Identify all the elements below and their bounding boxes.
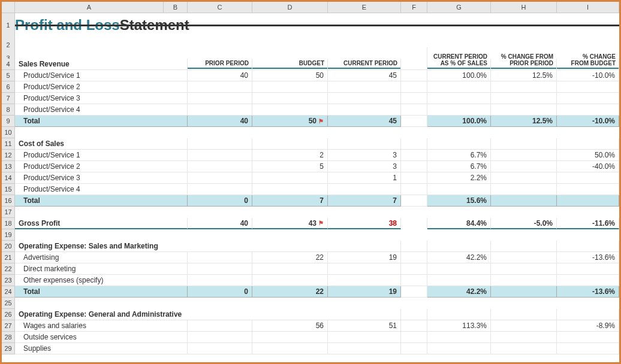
cell[interactable]: -11.6% [557, 218, 619, 229]
cell[interactable]: 12.5% [491, 116, 557, 127]
col-header-I[interactable]: I [557, 2, 619, 13]
cell[interactable] [427, 104, 491, 116]
cell[interactable]: 12.5% [491, 70, 557, 81]
cell[interactable]: -13.6% [557, 252, 619, 263]
cell[interactable] [188, 252, 252, 263]
cell[interactable]: 15.6% [427, 195, 491, 207]
sales-row-3[interactable]: Product/Service 3 [15, 93, 188, 104]
col-header-E[interactable]: E [328, 2, 401, 13]
opexsm-total-label[interactable]: Total [15, 286, 188, 298]
cell[interactable] [491, 93, 557, 104]
cell[interactable]: 50.0% [557, 150, 619, 161]
cell[interactable] [491, 184, 557, 195]
cell[interactable] [557, 241, 619, 252]
cell[interactable] [252, 138, 328, 150]
cos-row-1[interactable]: Product/Service 1 [15, 150, 188, 161]
cell[interactable]: 19 [328, 252, 401, 263]
cell[interactable]: -5.0% [491, 218, 557, 229]
cell[interactable]: 113.3% [427, 320, 491, 332]
cell[interactable] [427, 275, 491, 286]
row-header-25[interactable]: 25 [2, 298, 15, 309]
section-sales[interactable]: Sales Revenue [15, 59, 188, 70]
spreadsheet-grid[interactable]: A B C D E F G H I 1 Profit and Loss Stat… [2, 2, 619, 354]
cell[interactable] [188, 275, 252, 286]
cell[interactable] [491, 241, 557, 252]
opexga-row-2[interactable]: Outside services [15, 332, 188, 343]
cell[interactable] [491, 343, 557, 354]
row-header-15[interactable]: 15 [2, 184, 15, 195]
cell[interactable] [188, 81, 252, 93]
row-header-17[interactable]: 17 [2, 207, 15, 218]
cell[interactable]: 42.2% [427, 252, 491, 263]
row-header-22[interactable]: 22 [2, 263, 15, 275]
cell[interactable]: -13.6% [557, 286, 619, 298]
col-header-B[interactable]: B [164, 2, 188, 13]
cell[interactable] [188, 343, 252, 354]
cell[interactable] [328, 93, 401, 104]
cell[interactable] [557, 309, 619, 320]
cell[interactable] [491, 320, 557, 332]
cos-total-label[interactable]: Total [15, 195, 188, 207]
cell[interactable] [491, 286, 557, 298]
cell[interactable] [427, 138, 491, 150]
cell[interactable] [427, 93, 491, 104]
cell[interactable] [557, 138, 619, 150]
cell[interactable] [491, 309, 557, 320]
cell[interactable]: 3 [328, 150, 401, 161]
cell[interactable]: 40 [188, 218, 252, 229]
cell[interactable] [188, 150, 252, 161]
cell[interactable] [491, 104, 557, 116]
row-header-27[interactable]: 27 [2, 320, 15, 332]
cell[interactable]: 22 [252, 252, 328, 263]
row-header-24[interactable]: 24 [2, 286, 15, 298]
cell[interactable]: 40 [188, 116, 252, 127]
opexsm-row-2[interactable]: Direct marketing [15, 263, 188, 275]
cell[interactable] [328, 81, 401, 93]
cell[interactable]: 51 [328, 320, 401, 332]
cell[interactable] [557, 275, 619, 286]
cell[interactable] [491, 150, 557, 161]
cell[interactable] [252, 59, 328, 70]
cell[interactable] [188, 138, 252, 150]
cell[interactable]: 50⚑ [252, 116, 328, 127]
sales-row-2[interactable]: Product/Service 2 [15, 81, 188, 93]
cos-row-2[interactable]: Product/Service 2 [15, 161, 188, 172]
cell[interactable]: -8.9% [557, 320, 619, 332]
row-header-13[interactable]: 13 [2, 161, 15, 172]
cell[interactable]: 100.0% [427, 116, 491, 127]
opexsm-row-3[interactable]: Other expenses (specify) [15, 275, 188, 286]
cell[interactable] [557, 263, 619, 275]
cell[interactable] [557, 343, 619, 354]
cell[interactable] [328, 104, 401, 116]
row-header-20[interactable]: 20 [2, 241, 15, 252]
cell[interactable]: 6.7% [427, 161, 491, 172]
cell[interactable]: 2 [252, 150, 328, 161]
cell[interactable] [427, 343, 491, 354]
cell[interactable] [188, 320, 252, 332]
cell[interactable] [252, 332, 328, 343]
section-cos[interactable]: Cost of Sales [15, 138, 188, 150]
cell[interactable] [491, 332, 557, 343]
cell[interactable] [557, 332, 619, 343]
cell[interactable] [328, 184, 401, 195]
row-header-18[interactable]: 18 [2, 218, 15, 229]
cell[interactable] [491, 172, 557, 184]
cell[interactable]: 0 [188, 286, 252, 298]
cell[interactable] [252, 104, 328, 116]
cell[interactable]: 38 [328, 218, 401, 229]
row-header-23[interactable]: 23 [2, 275, 15, 286]
row-header-12[interactable]: 12 [2, 150, 15, 161]
row-header-21[interactable]: 21 [2, 252, 15, 263]
cell[interactable] [188, 161, 252, 172]
section-opex-ga[interactable]: Operating Expense: General and Administr… [15, 309, 401, 320]
cell[interactable] [557, 59, 619, 70]
cell[interactable] [557, 172, 619, 184]
row-header-6[interactable]: 6 [2, 81, 15, 93]
row-header-16[interactable]: 16 [2, 195, 15, 207]
cell[interactable] [491, 263, 557, 275]
opexsm-row-1[interactable]: Advertising [15, 252, 188, 263]
row-header-10[interactable]: 10 [2, 127, 15, 138]
row-header-4[interactable]: 4 [2, 59, 15, 70]
cell[interactable] [188, 172, 252, 184]
row-header-8[interactable]: 8 [2, 104, 15, 116]
